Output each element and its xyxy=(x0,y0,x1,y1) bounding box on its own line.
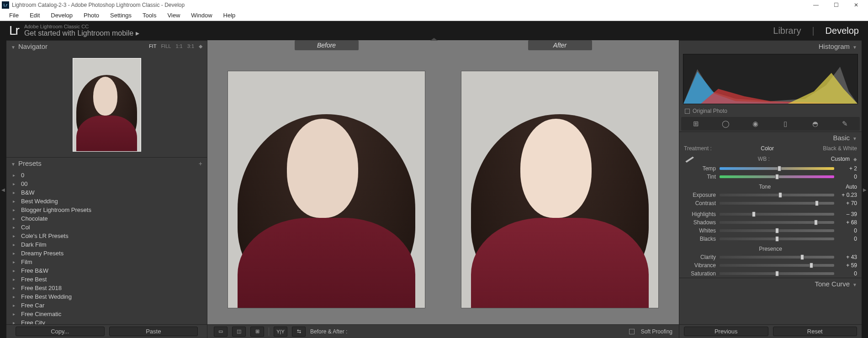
maximize-icon[interactable]: ☐ xyxy=(826,0,846,10)
preset-item[interactable]: Free City xyxy=(6,318,207,324)
left-edge-toggle[interactable] xyxy=(0,40,6,338)
temp-slider[interactable] xyxy=(720,167,834,170)
tint-value[interactable]: 0 xyxy=(838,174,857,180)
shadows-slider[interactable] xyxy=(720,221,834,224)
treatment-label: Treatment : xyxy=(684,145,712,152)
presets-header[interactable]: Presets + xyxy=(6,157,207,169)
menu-window[interactable]: Window xyxy=(185,12,217,19)
original-photo-checkbox[interactable] xyxy=(685,109,690,114)
chevron-down-icon xyxy=(11,159,16,167)
preset-item[interactable]: Blogger Lightroom Presets xyxy=(6,206,207,214)
spot-tool-icon[interactable]: ◯ xyxy=(716,118,736,129)
preset-item[interactable]: Col xyxy=(6,223,207,232)
tonecurve-header[interactable]: Tone Curve xyxy=(679,278,862,290)
preset-item[interactable]: Dark Film xyxy=(6,240,207,249)
navigator-preview[interactable] xyxy=(6,52,207,157)
clarity-value[interactable]: + 43 xyxy=(838,254,857,260)
highlights-value[interactable]: – 39 xyxy=(838,211,857,217)
auto-tone-button[interactable]: Auto xyxy=(846,184,857,190)
paste-button[interactable]: Paste xyxy=(109,327,198,336)
preset-item[interactable]: Free B&W xyxy=(6,266,207,275)
preset-item[interactable]: Cole's LR Presets xyxy=(6,232,207,240)
exposure-value[interactable]: + 0.23 xyxy=(838,192,857,198)
vibrance-value[interactable]: + 59 xyxy=(838,262,857,269)
blacks-value[interactable]: 0 xyxy=(838,236,857,242)
mobile-link[interactable]: Get started with Lightroom mobile ▸ xyxy=(24,29,139,37)
menu-view[interactable]: View xyxy=(162,12,185,19)
menu-develop[interactable]: Develop xyxy=(45,12,78,19)
exposure-slider[interactable] xyxy=(720,194,834,196)
preset-item[interactable]: Best Wedding xyxy=(6,197,207,206)
copy-before-icon[interactable]: ⇆ xyxy=(292,327,306,337)
vibrance-slider[interactable] xyxy=(720,264,834,267)
basic-header[interactable]: Basic xyxy=(679,132,862,143)
compare-view-icon[interactable]: ◫ xyxy=(232,327,246,337)
after-image[interactable] xyxy=(447,55,672,324)
preset-item[interactable]: Free Cinematic xyxy=(6,310,207,318)
menu-help[interactable]: Help xyxy=(218,12,241,19)
shadows-value[interactable]: + 68 xyxy=(838,219,857,226)
preset-item[interactable]: 0 xyxy=(6,171,207,180)
wb-value[interactable]: Custom xyxy=(831,156,850,162)
histogram-display[interactable] xyxy=(683,54,858,104)
panel-expand-icon[interactable] xyxy=(430,38,438,41)
zoom-1-1[interactable]: 1:1 xyxy=(175,43,182,49)
preset-item[interactable]: Free Best xyxy=(6,275,207,284)
close-icon[interactable]: ✕ xyxy=(846,0,866,10)
highlights-slider[interactable] xyxy=(720,213,834,216)
preset-item[interactable]: 00 xyxy=(6,180,207,188)
right-edge-toggle[interactable] xyxy=(862,40,868,338)
blacks-slider[interactable] xyxy=(720,238,834,240)
survey-view-icon[interactable]: ⊞ xyxy=(250,327,264,337)
loupe-view-icon[interactable]: ▭ xyxy=(214,327,228,337)
wb-menu-icon[interactable]: ◆ xyxy=(853,157,857,162)
swap-icon[interactable]: Y|Y xyxy=(274,327,287,337)
preset-item[interactable]: Film xyxy=(6,258,207,266)
previous-button[interactable]: Previous xyxy=(684,327,768,336)
radial-filter-icon[interactable]: ◓ xyxy=(805,118,825,129)
whites-value[interactable]: 0 xyxy=(838,227,857,234)
module-develop[interactable]: Develop xyxy=(826,26,859,36)
menu-settings[interactable]: Settings xyxy=(105,12,137,19)
soft-proofing-checkbox[interactable] xyxy=(629,329,635,334)
grad-filter-icon[interactable]: ▯ xyxy=(776,118,795,129)
saturation-value[interactable]: 0 xyxy=(838,270,857,277)
zoom-menu-icon[interactable]: ◆ xyxy=(199,43,202,49)
reset-button[interactable]: Reset xyxy=(773,327,857,336)
zoom-3-1[interactable]: 3:1 xyxy=(187,43,194,49)
treatment-bw[interactable]: Black & White xyxy=(823,145,857,152)
contrast-value[interactable]: + 70 xyxy=(838,200,857,206)
minimize-icon[interactable]: — xyxy=(806,0,826,10)
copy-button[interactable]: Copy... xyxy=(16,327,105,336)
temp-value[interactable]: + 2 xyxy=(838,165,857,172)
preset-item[interactable]: Chocolate xyxy=(6,214,207,223)
module-library[interactable]: Library xyxy=(773,26,801,36)
brush-tool-icon[interactable]: ✎ xyxy=(835,118,854,129)
preset-item[interactable]: Free Best Wedding xyxy=(6,292,207,301)
menu-tools[interactable]: Tools xyxy=(137,12,162,19)
navigator-header[interactable]: Navigator FIT FILL 1:1 3:1 ◆ xyxy=(6,40,207,52)
crop-tool-icon[interactable]: ⊞ xyxy=(687,118,706,129)
add-preset-icon[interactable]: + xyxy=(199,160,202,167)
menu-edit[interactable]: Edit xyxy=(24,12,45,19)
wb-picker-icon[interactable] xyxy=(684,155,697,163)
saturation-slider[interactable] xyxy=(720,272,834,275)
preset-item[interactable]: Free Car xyxy=(6,301,207,310)
histogram-header[interactable]: Histogram xyxy=(679,40,862,52)
preset-item[interactable]: B&W xyxy=(6,188,207,197)
preset-item[interactable]: Dreamy Presets xyxy=(6,249,207,258)
treatment-color[interactable]: Color xyxy=(712,145,823,152)
menu-photo[interactable]: Photo xyxy=(78,12,105,19)
whites-slider[interactable] xyxy=(720,229,834,232)
zoom-fit[interactable]: FIT xyxy=(149,43,157,49)
vibrance-label: Vibrance xyxy=(684,262,716,269)
temp-label: Temp xyxy=(684,165,716,172)
clarity-slider[interactable] xyxy=(720,256,834,259)
zoom-fill[interactable]: FILL xyxy=(161,43,171,49)
tint-slider[interactable] xyxy=(720,175,834,178)
redeye-tool-icon[interactable]: ◉ xyxy=(746,118,765,129)
menu-file[interactable]: File xyxy=(4,12,24,19)
before-image[interactable] xyxy=(214,55,439,324)
preset-item[interactable]: Free Best 2018 xyxy=(6,284,207,292)
contrast-slider[interactable] xyxy=(720,202,834,205)
